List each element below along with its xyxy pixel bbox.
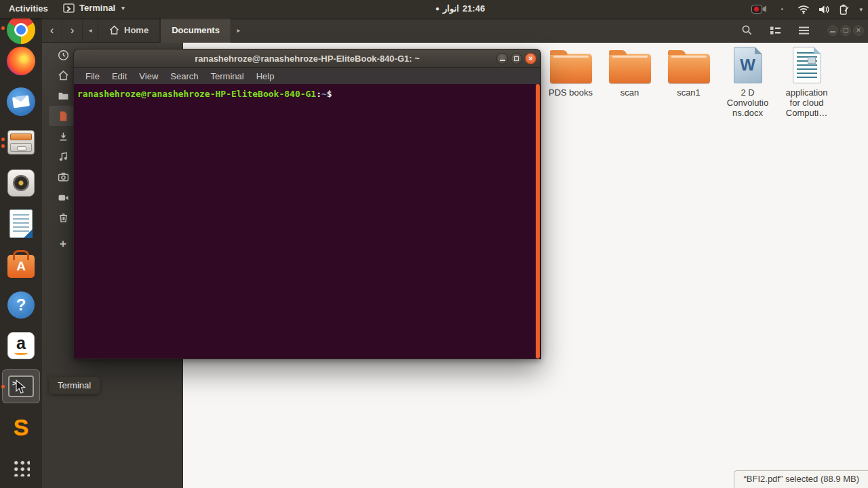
running-indicator — [1, 138, 5, 141]
app-menu-button[interactable]: Terminal ▾ — [63, 3, 125, 13]
file-item-folder[interactable]: scan1 — [659, 48, 718, 118]
terminal-window[interactable]: ranashehroze@ranashehroze-HP-EliteBook-8… — [73, 49, 541, 359]
file-item-folder[interactable]: PDS books — [541, 48, 600, 118]
terminal-close-button[interactable]: × — [525, 53, 536, 64]
terminal-titlebar[interactable]: ranashehroze@ranashehroze-HP-EliteBook-8… — [73, 49, 541, 68]
fm-close-button[interactable]: × — [853, 25, 864, 36]
dock-item-rhythmbox[interactable] — [6, 168, 36, 198]
terminal-menubar: File Edit View Search Terminal Help — [73, 68, 541, 84]
running-indicator — [1, 26, 5, 30]
thunderbird-icon — [7, 87, 35, 116]
file-item-docx[interactable]: W 2 D Convolutio ns.docx — [718, 48, 777, 118]
maximize-icon — [844, 28, 848, 33]
menu-help[interactable]: Help — [250, 71, 281, 81]
path-scroll-right[interactable]: ▸ — [231, 18, 246, 43]
libreoffice-writer-icon — [9, 209, 33, 238]
fm-minimize-button[interactable] — [827, 25, 838, 36]
plus-icon: + — [60, 237, 66, 251]
amazon-icon: a — [7, 332, 35, 359]
question-glyph: ? — [16, 296, 26, 314]
menu-search[interactable]: Search — [164, 71, 204, 81]
forward-button[interactable]: › — [62, 18, 83, 43]
mouse-cursor — [16, 380, 28, 397]
activities-button[interactable]: Activities — [9, 3, 48, 14]
dock-item-sublime-text[interactable]: S — [6, 412, 36, 442]
software-a-glyph: A — [16, 259, 26, 274]
view-options-button[interactable] — [764, 21, 787, 40]
sublime-s-glyph: S — [14, 414, 29, 440]
file-label: Computi… — [785, 108, 827, 118]
volume-icon — [818, 5, 830, 14]
sublime-text-icon: S — [14, 414, 29, 441]
dock-item-ubuntu-software[interactable]: A — [6, 249, 36, 279]
breadcrumb-documents-label: Documents — [172, 25, 220, 35]
path-scroll-left[interactable]: ◂ — [83, 18, 98, 43]
prompt-user-host: ranashehroze@ranashehroze-HP-EliteBook-8… — [77, 89, 316, 99]
minimize-icon — [500, 60, 505, 61]
menu-terminal[interactable]: Terminal — [205, 71, 250, 81]
breadcrumb-home[interactable]: Home — [98, 18, 160, 43]
chevron-down-icon: ▾ — [121, 5, 125, 12]
prompt-symbol: $ — [327, 89, 332, 99]
back-button[interactable]: ‹ — [42, 18, 62, 43]
file-label: scan1 — [677, 87, 701, 98]
wifi-icon — [797, 5, 810, 14]
downloads-icon — [58, 131, 69, 142]
dock-item-thunderbird[interactable] — [6, 87, 36, 117]
camera-icon — [58, 171, 69, 183]
terminal-scrollbar[interactable] — [536, 84, 540, 359]
breadcrumb-home-label: Home — [124, 25, 149, 35]
desktop-folder-icon — [58, 90, 69, 102]
dock-item-firefox[interactable] — [6, 46, 36, 76]
word-document-icon: W — [734, 47, 762, 83]
terminal-body[interactable]: ranashehroze@ranashehroze-HP-EliteBook-8… — [73, 84, 541, 359]
battery-icon — [839, 4, 849, 15]
clock-button[interactable]: ● انوار 21:46 — [435, 3, 485, 14]
terminal-minimize-button[interactable] — [496, 53, 508, 64]
folder-icon — [550, 54, 592, 83]
maximize-icon — [514, 56, 519, 61]
folder-icon — [668, 54, 710, 83]
file-item-writer-doc[interactable]: application for cloud Computi… — [777, 48, 836, 118]
dock-item-files[interactable] — [6, 127, 36, 157]
file-label: application — [785, 87, 827, 98]
search-button[interactable] — [735, 21, 758, 40]
selection-status-text: “BFI2.pdf” selected (88.9 MB) — [743, 474, 859, 484]
file-label: scan — [620, 87, 639, 98]
file-item-folder[interactable]: scan — [600, 48, 659, 118]
breadcrumb-documents[interactable]: Documents — [160, 18, 231, 43]
chevron-down-icon: ▾ — [859, 6, 863, 13]
menu-view[interactable]: View — [133, 71, 164, 81]
dock: A ? a >_ S — [0, 18, 42, 488]
system-status-area[interactable]: ▾ — [751, 0, 863, 18]
file-label: 2 D — [727, 87, 768, 98]
writer-document-icon — [793, 47, 821, 83]
hamburger-menu-icon — [799, 26, 809, 35]
chrome-icon — [7, 18, 35, 44]
menu-edit[interactable]: Edit — [106, 71, 133, 81]
file-grid-row: PDS books scan scan1 W 2 D Convolutio ns… — [541, 48, 836, 118]
fm-maximize-button[interactable] — [840, 25, 851, 36]
dock-item-google-chrome[interactable] — [6, 18, 36, 45]
prompt-separator: : — [316, 89, 321, 99]
dock-item-libreoffice-writer[interactable] — [6, 209, 36, 239]
menu-file[interactable]: File — [79, 71, 106, 81]
app-menu-label: Terminal — [79, 3, 115, 13]
dock-item-help[interactable]: ? — [6, 290, 36, 320]
path-next-icon: ▸ — [237, 26, 240, 34]
dock-item-show-applications[interactable] — [6, 453, 36, 483]
top-bar: Activities Terminal ▾ ● انوار 21:46 ▾ — [0, 0, 868, 18]
terminal-window-title: ranashehroze@ranashehroze-HP-EliteBook-8… — [195, 54, 420, 64]
close-icon: × — [528, 55, 532, 62]
search-icon — [741, 24, 753, 36]
record-dot-icon: ● — [435, 5, 439, 12]
notification-dot — [781, 8, 783, 10]
recent-icon — [58, 49, 69, 61]
dock-item-amazon[interactable]: a — [6, 331, 36, 361]
window-menu-button[interactable] — [792, 21, 815, 40]
ubuntu-software-icon: A — [7, 255, 35, 278]
prompt-path: ~ — [321, 89, 327, 99]
video-camera-icon — [58, 192, 69, 203]
terminal-maximize-button[interactable] — [511, 53, 522, 64]
file-label: for cloud — [785, 98, 827, 108]
